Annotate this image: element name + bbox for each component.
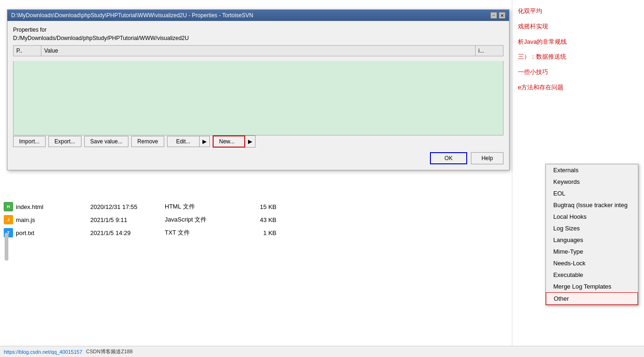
menu-item-other[interactable]: Other <box>546 292 638 305</box>
file-date: 2021/1/5 9:11 <box>90 216 165 223</box>
edit-button[interactable]: Edit... <box>167 136 200 147</box>
menu-item-languages[interactable]: Languages <box>546 234 638 246</box>
file-date: 2021/1/5 14:29 <box>90 229 165 236</box>
menu-item-merge-log[interactable]: Merge Log Templates <box>546 281 638 292</box>
dialog-title: D:\MyDownloads\Download\phpStudy\PHPTuto… <box>11 12 253 19</box>
csdn-text: CSDN博客频道Z188 <box>86 348 133 355</box>
file-type: TXT 文件 <box>165 229 239 237</box>
new-button[interactable]: New... <box>213 135 245 148</box>
save-value-button[interactable]: Save value... <box>84 136 128 147</box>
url-text[interactable]: https://blog.csdn.net/qq_40015157 <box>4 349 82 355</box>
new-arrow-button[interactable]: ▶ <box>245 135 255 148</box>
col-p-header: P.. <box>13 46 41 56</box>
file-name: main.js <box>16 216 90 223</box>
html-file-icon: H <box>4 202 13 211</box>
remove-button[interactable]: Remove <box>131 136 164 147</box>
file-size: 1 KB <box>239 229 276 236</box>
file-list-area: H index.html 2020/12/31 17:55 HTML 文件 15… <box>0 200 512 239</box>
menu-item-executable[interactable]: Executable <box>546 269 638 281</box>
minimize-button[interactable]: － <box>490 12 497 19</box>
dialog-body: Properties for D:/MyDownloads/Download/p… <box>7 21 509 170</box>
export-button[interactable]: Export... <box>48 136 81 147</box>
props-label: Properties for <box>13 27 503 33</box>
sidebar-item-1[interactable]: 化双平均 <box>512 4 644 19</box>
dialog-titlebar: D:\MyDownloads\Download\phpStudy\PHPTuto… <box>7 10 509 21</box>
bottom-bar: https://blog.csdn.net/qq_40015157 CSDN博客… <box>0 346 644 357</box>
import-button[interactable]: Import... <box>13 136 46 147</box>
js-file-icon: J <box>4 215 13 224</box>
close-button[interactable]: ✕ <box>499 12 505 19</box>
ok-row: OK Help <box>13 152 503 164</box>
props-path: D:/MyDownloads/Download/phpStudy/PHPTuto… <box>13 35 503 41</box>
menu-item-eol[interactable]: EOL <box>546 188 638 199</box>
sidebar-item-2[interactable]: 戏摇杆实现 <box>512 19 644 34</box>
table-row[interactable]: J main.js 2021/1/5 9:11 JavaScript 文件 43… <box>0 213 512 226</box>
sidebar-item-5[interactable]: 一些小技巧 <box>512 65 644 80</box>
properties-dialog: D:\MyDownloads\Download\phpStudy\PHPTuto… <box>7 9 510 170</box>
file-size: 43 KB <box>239 216 276 223</box>
context-menu: Externals Keywords EOL Bugtraq (Issue tr… <box>545 164 638 305</box>
menu-item-needs-lock[interactable]: Needs-Lock <box>546 257 638 269</box>
file-name: port.txt <box>16 229 90 236</box>
properties-table: P.. Value i... <box>13 45 503 56</box>
menu-item-bugtraq[interactable]: Bugtraq (Issue tracker integ <box>546 199 638 211</box>
col-value-header: Value <box>41 46 476 56</box>
properties-table-body <box>13 61 503 135</box>
menu-item-log-sizes[interactable]: Log Sizes <box>546 222 638 234</box>
menu-item-keywords[interactable]: Keywords <box>546 176 638 188</box>
file-size: 15 KB <box>239 203 276 210</box>
file-type: JavaScript 文件 <box>165 216 239 224</box>
edit-arrow-button[interactable]: ▶ <box>200 136 210 147</box>
help-button[interactable]: Help <box>471 152 503 164</box>
col-i-header: i... <box>476 46 503 56</box>
table-row[interactable]: H index.html 2020/12/31 17:55 HTML 文件 15… <box>0 200 512 213</box>
sidebar-item-6[interactable]: e方法和存在问题 <box>512 80 644 95</box>
sidebar-items: 化双平均 戏摇杆实现 析Java的非常规线 三）：数据推送统 一些小技巧 e方法… <box>512 0 644 99</box>
buttons-row: Import... Export... Save value... Remove… <box>13 135 503 148</box>
sidebar-item-4[interactable]: 三）：数据推送统 <box>512 49 644 65</box>
titlebar-controls: － ✕ <box>490 12 505 19</box>
edit-new-wrapper: Edit... ▶ <box>167 136 210 147</box>
file-date: 2020/12/31 17:55 <box>90 203 165 210</box>
file-type: HTML 文件 <box>165 202 239 211</box>
menu-item-externals[interactable]: Externals <box>546 164 638 176</box>
menu-item-mime-type[interactable]: Mime-Type <box>546 246 638 257</box>
menu-item-local-hooks[interactable]: Local Hooks <box>546 211 638 222</box>
ok-button[interactable]: OK <box>430 152 467 164</box>
new-button-wrapper: New... ▶ <box>213 135 255 148</box>
table-row[interactable]: T port.txt 2021/1/5 14:29 TXT 文件 1 KB <box>0 226 512 239</box>
file-name: index.html <box>16 203 90 210</box>
sidebar-item-3[interactable]: 析Java的非常规线 <box>512 34 644 50</box>
scrollbar[interactable] <box>5 233 8 261</box>
